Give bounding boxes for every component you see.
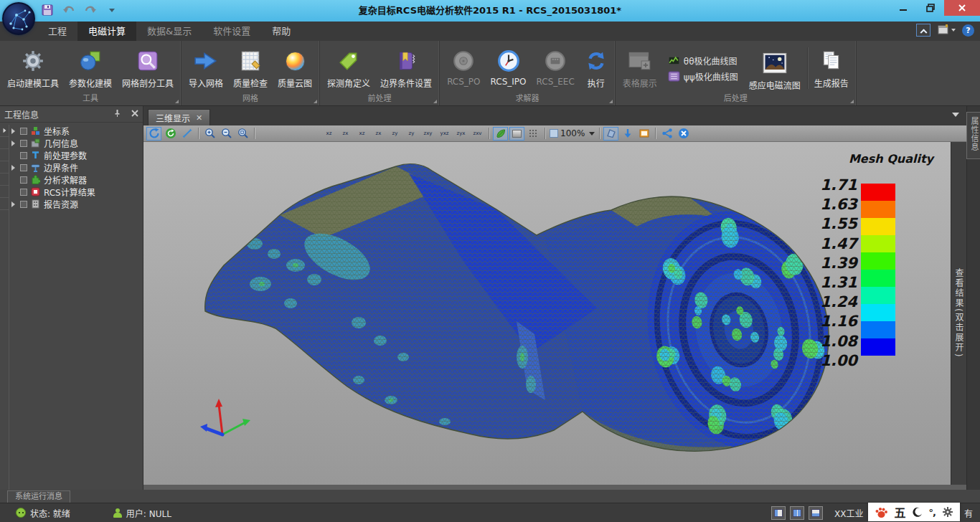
zoom-fit-button[interactable]	[235, 127, 250, 141]
group-expander-icon[interactable]	[609, 100, 613, 103]
ime-toolbar[interactable]: 五 °,	[868, 503, 960, 521]
snapshot-button[interactable]	[636, 127, 651, 141]
tree-item-coordinate-system[interactable]: 坐标系	[0, 125, 143, 137]
zoom-level-control[interactable]: 100%	[549, 127, 595, 141]
boundary-settings-button[interactable]: 边界条件设置	[375, 43, 437, 93]
rainbow-sphere-icon	[286, 52, 305, 71]
ime-mode-label[interactable]: 五	[895, 503, 906, 521]
close-view-button[interactable]	[676, 127, 691, 141]
solver-rcs-eec-button[interactable]: RCS_EEC	[532, 43, 580, 93]
restore-button[interactable]	[917, 0, 944, 16]
psi-polarization-button[interactable]: ψψ极化曲线图	[668, 70, 738, 82]
tab-list-dropdown-icon[interactable]	[952, 113, 959, 117]
view-orientation-button-2[interactable]: zx	[338, 127, 353, 141]
view-orientation-button-4[interactable]: zx	[371, 127, 386, 141]
launch-modeling-tool-button[interactable]: 启动建模工具	[2, 43, 64, 93]
zoom-in-button[interactable]	[202, 127, 217, 141]
tree-item-geometry-info[interactable]: 几何信息	[0, 137, 143, 149]
help-button[interactable]: ?	[962, 24, 974, 37]
expand-icon[interactable]	[11, 165, 15, 171]
zoom-out-button[interactable]	[219, 127, 234, 141]
parameter-t-icon	[30, 151, 41, 161]
zoom-in-icon	[204, 128, 216, 139]
import-mesh-button[interactable]: 导入网格	[184, 43, 228, 93]
tab-project[interactable]: 工程	[37, 22, 77, 41]
checkbox[interactable]	[20, 140, 27, 147]
group-expander-icon[interactable]	[175, 100, 179, 103]
pin-icon[interactable]	[113, 109, 121, 120]
checkbox[interactable]	[20, 176, 27, 184]
view-orientation-button-10[interactable]: zxv	[470, 127, 485, 141]
region-select-button[interactable]	[603, 127, 618, 141]
screenshot-down-button[interactable]	[620, 127, 635, 141]
quality-check-button[interactable]: 质量检查	[228, 43, 273, 93]
tree-item-report-resources[interactable]: 报告资源	[0, 198, 143, 210]
execute-button[interactable]: 执行	[580, 43, 613, 93]
tab-software-settings[interactable]: 软件设置	[202, 22, 261, 41]
view-orientation-button-6[interactable]: zy	[404, 127, 419, 141]
induced-current-map-button[interactable]: 感应电磁流图	[744, 43, 806, 93]
checkbox[interactable]	[20, 189, 27, 196]
button-label: 生成报告	[814, 77, 849, 89]
tree-item-preprocess-params[interactable]: 前处理参数	[0, 149, 143, 161]
share-view-button[interactable]	[659, 127, 674, 141]
minimize-button[interactable]	[890, 0, 917, 16]
layout-bottom-panel-button[interactable]	[809, 506, 823, 520]
view-orientation-button-3[interactable]: xz	[354, 127, 369, 141]
expand-icon[interactable]	[11, 201, 15, 207]
ime-punctuation-icon[interactable]: °,	[929, 507, 936, 518]
results-strip[interactable]: 查看结果(双击展开)	[951, 142, 966, 485]
points-mode-button[interactable]	[526, 127, 541, 141]
parametric-modeling-button[interactable]: 参数化建模	[64, 43, 117, 93]
tree-item-boundary-conditions[interactable]: 边界条件	[0, 161, 143, 174]
expand-icon[interactable]	[11, 141, 15, 146]
system-messages-tab[interactable]: 系统运行消息	[7, 490, 70, 503]
layout-left-panel-button[interactable]	[771, 506, 786, 520]
expand-icon[interactable]	[11, 128, 15, 134]
view-orientation-button-9[interactable]: zyx	[453, 127, 468, 141]
rotate-view-button[interactable]	[146, 127, 161, 141]
root-expand-icon[interactable]	[3, 128, 6, 133]
view-orientation-button-8[interactable]: yxz	[437, 127, 452, 141]
tree-item-rcs-results[interactable]: RCS计算结果	[0, 186, 143, 198]
quality-cloud-button[interactable]: 质量云图	[273, 43, 317, 93]
close-tab-icon[interactable]: ✕	[196, 113, 202, 123]
ime-paw-icon[interactable]	[875, 506, 888, 518]
group-expander-icon[interactable]	[850, 100, 854, 103]
group-expander-icon[interactable]	[314, 100, 317, 103]
close-button[interactable]	[944, 0, 980, 16]
close-panel-icon[interactable]	[131, 109, 138, 119]
checkbox[interactable]	[20, 128, 27, 135]
pan-zoom-button[interactable]	[179, 127, 194, 141]
shaded-mode-button[interactable]	[493, 127, 508, 141]
view-orientation-button-7[interactable]: zxy	[420, 127, 435, 141]
view-orientation-button-5[interactable]: zy	[387, 127, 402, 141]
refresh-view-button[interactable]	[163, 127, 178, 141]
properties-panel-tab[interactable]: 属性信息	[966, 112, 980, 159]
checkbox[interactable]	[20, 201, 27, 208]
checkbox[interactable]	[20, 152, 27, 159]
theta-polarization-button[interactable]: θθ极化曲线图	[668, 54, 738, 67]
generate-report-button[interactable]: 生成报告	[809, 43, 854, 93]
tab-data-display[interactable]: 数据&显示	[136, 22, 202, 41]
ime-moon-icon[interactable]	[913, 507, 923, 518]
solver-rcs-po-button[interactable]: RCS_PO	[442, 43, 485, 93]
solver-rcs-ipo-button[interactable]: RCS_IPO	[486, 43, 532, 93]
ime-settings-gear-icon[interactable]	[942, 506, 953, 518]
table-display-button[interactable]: 表格展示	[618, 43, 662, 93]
app-logo[interactable]	[2, 2, 35, 35]
group-expander-icon[interactable]	[433, 100, 437, 103]
tab-3d-display[interactable]: 三维显示 ✕	[148, 109, 210, 125]
view-orientation-button-1[interactable]: xz	[321, 127, 336, 141]
collapse-ribbon-button[interactable]	[916, 24, 930, 37]
tab-help[interactable]: 帮助	[261, 22, 301, 41]
probe-angle-button[interactable]: 探测角定义	[322, 43, 375, 93]
tree-item-analysis-solver[interactable]: 分析求解器	[0, 174, 143, 186]
viewport-3d[interactable]: Mesh Quality 1.71 1.63 1.55 1.47 1.39 1.…	[143, 142, 951, 485]
layout-split-button[interactable]	[790, 506, 804, 520]
checkbox[interactable]	[20, 164, 27, 171]
window-style-button[interactable]	[937, 24, 956, 36]
mesh-partition-tool-button[interactable]: 网格剖分工具	[117, 43, 179, 93]
tab-em-computation[interactable]: 电磁计算	[77, 22, 136, 41]
flat-mode-button[interactable]	[509, 127, 524, 141]
